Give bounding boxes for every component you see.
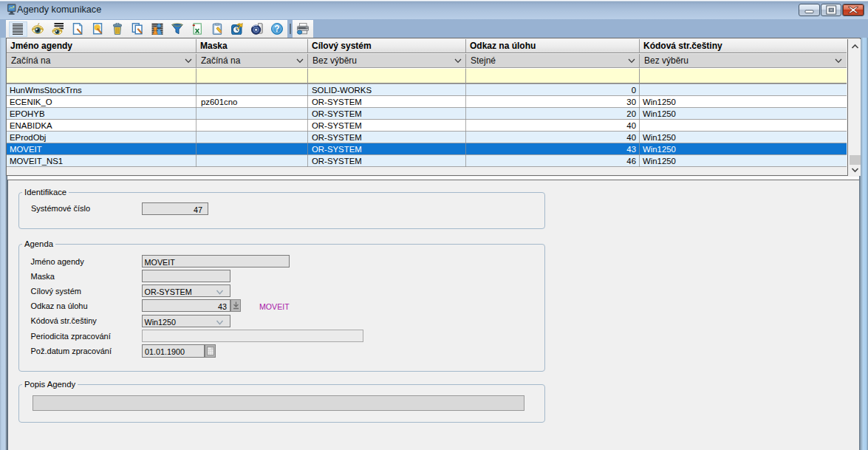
- svg-text:?: ?: [274, 24, 279, 34]
